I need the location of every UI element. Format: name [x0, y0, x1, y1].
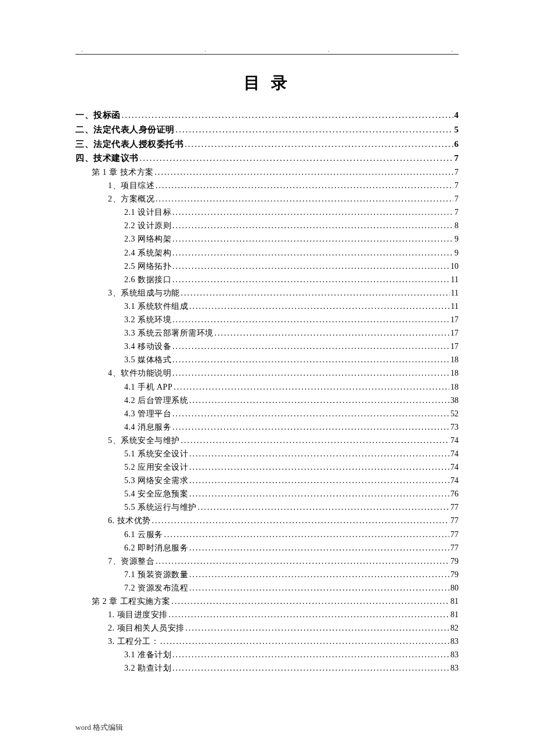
- toc-leader-dots: [189, 447, 449, 460]
- toc-entry-label: 5.2 应用安全设计: [124, 460, 188, 474]
- toc-leader-dots: [189, 568, 449, 581]
- toc-entry: 2.3 网络构架9: [124, 232, 459, 246]
- toc-entry-label: 7.1 预装资源数量: [124, 568, 188, 581]
- toc-leader-dots: [172, 219, 453, 232]
- toc-entry-page: 74: [450, 447, 459, 460]
- toc-entry: 2.4 系统架构9: [124, 246, 459, 260]
- toc-entry-page: 83: [450, 648, 459, 661]
- toc-entry-page: 17: [450, 313, 459, 326]
- toc-entry: 2.2 设计原则8: [124, 219, 459, 232]
- header-dot: .: [81, 46, 83, 53]
- toc-entry-label: 4.4 消息服务: [124, 420, 171, 434]
- toc-entry-page: 80: [450, 581, 459, 595]
- toc-entry-label: 4.3 管理平台: [124, 407, 171, 420]
- toc-leader-dots: [189, 460, 449, 474]
- toc-entry-label: 2.2 设计原则: [124, 219, 171, 232]
- toc-entry-page: 77: [450, 541, 459, 555]
- document-page: . . . . 目 录 一、投标函4二、法定代表人身份证明5三、法定代表人授权委…: [0, 0, 534, 710]
- toc-entry-label: 3.3 系统云部署所需环境: [124, 326, 214, 340]
- toc-entry: 1. 项目进度安排81: [108, 608, 459, 621]
- toc-leader-dots: [198, 501, 450, 514]
- toc-entry-page: 7: [454, 165, 459, 179]
- toc-entry-label: 3.2 勘查计划: [124, 661, 171, 675]
- toc-leader-dots: [176, 123, 453, 137]
- toc-entry-label: 2.3 网络构架: [124, 232, 171, 246]
- toc-entry-label: 3.1 系统软件组成: [124, 300, 188, 313]
- toc-entry: 3. 工程分工：83: [108, 635, 459, 648]
- toc-entry-label: 2、方案概况: [108, 192, 154, 206]
- toc-entry-page: 7: [454, 179, 459, 192]
- toc-leader-dots: [172, 661, 449, 675]
- toc-entry: 4.1 手机 APP18: [124, 380, 459, 394]
- toc-entry-label: 一、投标函: [75, 108, 121, 123]
- toc-entry-label: 3、系统组成与功能: [108, 286, 180, 300]
- toc-entry-label: 5、系统安全与维护: [108, 434, 180, 447]
- toc-leader-dots: [156, 192, 453, 206]
- toc-leader-dots: [172, 366, 449, 380]
- toc-entry-label: 2.6 数据接口: [124, 273, 171, 286]
- toc-entry: 第 2 章 工程实施方案81: [92, 595, 459, 608]
- toc-entry-page: 74: [450, 434, 459, 447]
- toc-entry: 5.5 系统运行与维护77: [124, 501, 459, 514]
- toc-entry-page: 6: [454, 137, 459, 152]
- toc-leader-dots: [189, 300, 450, 313]
- toc-entry-label: 2.1 设计目标: [124, 206, 171, 219]
- header-dots-row: . . . .: [75, 46, 459, 54]
- toc-entry-label: 3.1 准备计划: [124, 648, 171, 661]
- toc-leader-dots: [172, 407, 449, 420]
- toc-leader-dots: [186, 621, 450, 635]
- toc-entry: 2、方案概况7: [108, 192, 459, 206]
- toc-leader-dots: [174, 380, 449, 394]
- footer-text: word 格式编辑: [75, 722, 123, 733]
- toc-entry-page: 77: [450, 528, 459, 541]
- toc-entry: 4.4 消息服务73: [124, 420, 459, 434]
- toc-entry: 3.1 系统软件组成11: [124, 300, 459, 313]
- toc-leader-dots: [172, 313, 449, 326]
- toc-entry-page: 11: [451, 273, 459, 286]
- toc-leader-dots: [172, 340, 449, 353]
- toc-entry-page: 82: [450, 621, 459, 635]
- toc-entry-label: 第 2 章 工程实施方案: [92, 595, 171, 608]
- toc-leader-dots: [189, 474, 449, 487]
- toc-entry-label: 4.2 后台管理系统: [124, 394, 188, 407]
- toc-entry-label: 2. 项目相关人员安排: [108, 621, 185, 635]
- toc-entry: 3、系统组成与功能11: [108, 286, 459, 300]
- toc-entry-page: 76: [450, 487, 459, 501]
- toc-entry-page: 7: [454, 151, 459, 165]
- toc-entry: 6.1 云服务77: [124, 528, 459, 541]
- toc-leader-dots: [172, 648, 449, 661]
- toc-entry: 2.5 网络拓扑10: [124, 260, 459, 273]
- toc-entry: 2.6 数据接口11: [124, 273, 459, 286]
- toc-entry-label: 1. 项目进度安排: [108, 608, 168, 621]
- toc-entry-label: 第 1 章 技术方案: [92, 165, 154, 179]
- toc-leader-dots: [164, 528, 450, 541]
- header-dot: .: [452, 46, 453, 53]
- toc-entry-page: 8: [454, 219, 459, 232]
- toc-entry-page: 83: [450, 635, 459, 648]
- toc-leader-dots: [160, 635, 449, 648]
- toc-entry: 3.3 系统云部署所需环境17: [124, 326, 459, 340]
- toc-entry: 第 1 章 技术方案7: [92, 165, 459, 179]
- toc-leader-dots: [189, 541, 449, 555]
- toc-leader-dots: [172, 246, 453, 260]
- toc-entry-label: 四、技术建议书: [75, 151, 139, 165]
- toc-entry-label: 2.4 系统架构: [124, 246, 171, 260]
- toc-entry-page: 74: [450, 474, 459, 487]
- toc-leader-dots: [172, 595, 450, 608]
- toc-entry-page: 77: [450, 501, 459, 514]
- toc-entry-page: 18: [450, 380, 459, 394]
- toc-entry: 5.3 网络安全需求74: [124, 474, 459, 487]
- toc-leader-dots: [156, 179, 453, 192]
- toc-entry-page: 73: [450, 420, 459, 434]
- toc-leader-dots: [189, 581, 449, 595]
- toc-entry: 5.2 应用安全设计74: [124, 460, 459, 474]
- toc-entry-page: 81: [450, 595, 459, 608]
- toc-entry: 4、软件功能说明18: [108, 366, 459, 380]
- toc-entry: 二、法定代表人身份证明5: [75, 123, 459, 137]
- toc-leader-dots: [156, 555, 449, 568]
- toc-entry: 5.1 系统安全设计74: [124, 447, 459, 460]
- toc-entry-page: 7: [454, 206, 459, 219]
- toc-entry: 7.1 预装资源数量79: [124, 568, 459, 581]
- header-rule: [75, 54, 459, 55]
- toc-entry-page: 77: [450, 514, 459, 527]
